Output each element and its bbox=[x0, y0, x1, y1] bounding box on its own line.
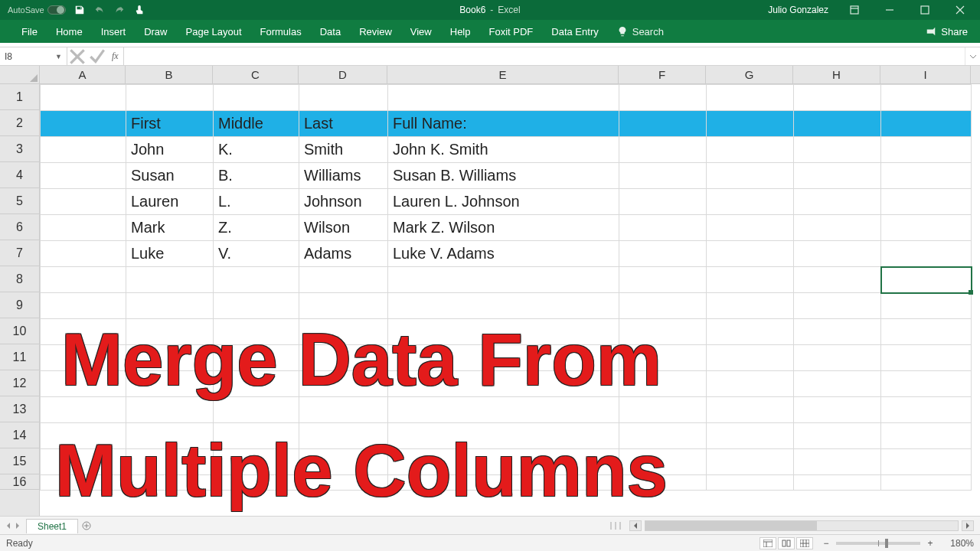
cell-H3[interactable] bbox=[794, 137, 881, 163]
cell-C2[interactable]: Middle bbox=[214, 111, 299, 137]
normal-view-button[interactable] bbox=[760, 537, 776, 549]
new-sheet-button[interactable] bbox=[78, 521, 95, 530]
cell-C7[interactable]: V. bbox=[214, 241, 299, 267]
cell-F7[interactable] bbox=[619, 241, 707, 267]
cell-D5[interactable]: Johnson bbox=[299, 189, 388, 215]
cell-E13[interactable] bbox=[388, 397, 619, 423]
cell-B1[interactable] bbox=[126, 85, 214, 111]
cell-B3[interactable]: John bbox=[126, 137, 214, 163]
cell-F4[interactable] bbox=[619, 163, 707, 189]
cell-I12[interactable] bbox=[881, 371, 972, 397]
cell-C5[interactable]: L. bbox=[214, 189, 299, 215]
cell-E12[interactable] bbox=[388, 371, 619, 397]
cell-G15[interactable] bbox=[707, 449, 794, 475]
scroll-right-button[interactable] bbox=[962, 520, 974, 531]
cell-A3[interactable] bbox=[41, 137, 126, 163]
row-header-9[interactable]: 9 bbox=[0, 292, 39, 318]
cell-E16[interactable] bbox=[388, 475, 619, 491]
close-button[interactable] bbox=[943, 0, 977, 20]
cell-F6[interactable] bbox=[619, 215, 707, 241]
tab-insert[interactable]: Insert bbox=[92, 20, 136, 43]
cell-G4[interactable] bbox=[707, 163, 794, 189]
cell-F2[interactable] bbox=[619, 111, 707, 137]
zoom-level[interactable]: 180% bbox=[940, 538, 974, 549]
cell-D10[interactable] bbox=[299, 319, 388, 345]
row-header-3[interactable]: 3 bbox=[0, 136, 39, 162]
tab-help[interactable]: Help bbox=[441, 20, 480, 43]
cell-D9[interactable] bbox=[299, 293, 388, 319]
cell-E1[interactable] bbox=[388, 85, 619, 111]
ribbon-collapse-bar[interactable] bbox=[0, 43, 980, 47]
cell-H12[interactable] bbox=[794, 371, 881, 397]
tab-view[interactable]: View bbox=[401, 20, 441, 43]
cell-F11[interactable] bbox=[619, 345, 707, 371]
minimize-button[interactable] bbox=[873, 0, 906, 20]
column-header-C[interactable]: C bbox=[213, 66, 299, 83]
cell-H1[interactable] bbox=[794, 85, 881, 111]
cell-E8[interactable] bbox=[388, 267, 619, 293]
cell-I15[interactable] bbox=[881, 449, 972, 475]
cell-I13[interactable] bbox=[881, 397, 972, 423]
page-break-view-button[interactable] bbox=[796, 537, 813, 549]
row-header-5[interactable]: 5 bbox=[0, 188, 39, 214]
cell-G5[interactable] bbox=[707, 189, 794, 215]
cell-I16[interactable] bbox=[881, 475, 972, 491]
cell-E11[interactable] bbox=[388, 345, 619, 371]
tab-data-entry[interactable]: Data Entry bbox=[542, 20, 607, 43]
column-header-B[interactable]: B bbox=[126, 66, 213, 83]
redo-button[interactable] bbox=[110, 2, 129, 18]
cell-C6[interactable]: Z. bbox=[214, 215, 299, 241]
tab-data[interactable]: Data bbox=[311, 20, 350, 43]
cell-F3[interactable] bbox=[619, 137, 707, 163]
cell-I8[interactable] bbox=[881, 267, 972, 293]
cell-C4[interactable]: B. bbox=[214, 163, 299, 189]
cell-G11[interactable] bbox=[707, 345, 794, 371]
cell-F13[interactable] bbox=[619, 397, 707, 423]
cell-F12[interactable] bbox=[619, 371, 707, 397]
cell-D14[interactable] bbox=[299, 423, 388, 449]
cell-C15[interactable] bbox=[214, 449, 299, 475]
cell-E3[interactable]: John K. Smith bbox=[388, 137, 619, 163]
cell-I10[interactable] bbox=[881, 319, 972, 345]
cell-D15[interactable] bbox=[299, 449, 388, 475]
formula-expand-button[interactable] bbox=[965, 47, 980, 65]
row-header-1[interactable]: 1 bbox=[0, 84, 39, 110]
row-header-6[interactable]: 6 bbox=[0, 214, 39, 240]
cell-H2[interactable] bbox=[794, 111, 881, 137]
cell-E6[interactable]: Mark Z. Wilson bbox=[388, 215, 619, 241]
tell-me-search[interactable]: Search bbox=[608, 20, 673, 43]
cell-A1[interactable] bbox=[41, 85, 126, 111]
cell-H5[interactable] bbox=[794, 189, 881, 215]
cell-A6[interactable] bbox=[41, 215, 126, 241]
cell-I11[interactable] bbox=[881, 345, 972, 371]
cell-C3[interactable]: K. bbox=[214, 137, 299, 163]
cell-C8[interactable] bbox=[214, 267, 299, 293]
autosave-toggle[interactable]: AutoSave bbox=[5, 5, 69, 15]
cell-G12[interactable] bbox=[707, 371, 794, 397]
cell-B12[interactable] bbox=[126, 371, 214, 397]
cell-F9[interactable] bbox=[619, 293, 707, 319]
undo-button[interactable] bbox=[90, 2, 109, 18]
cell-E14[interactable] bbox=[388, 423, 619, 449]
save-button[interactable] bbox=[70, 2, 89, 18]
cell-A9[interactable] bbox=[41, 293, 126, 319]
tab-formulas[interactable]: Formulas bbox=[251, 20, 311, 43]
cell-D2[interactable]: Last bbox=[299, 111, 388, 137]
row-header-16[interactable]: 16 bbox=[0, 474, 39, 490]
touch-mode-button[interactable] bbox=[130, 2, 149, 18]
column-header-I[interactable]: I bbox=[880, 66, 971, 83]
cell-D13[interactable] bbox=[299, 397, 388, 423]
cell-I14[interactable] bbox=[881, 423, 972, 449]
cell-B10[interactable] bbox=[126, 319, 214, 345]
cell-H8[interactable] bbox=[794, 267, 881, 293]
tab-home[interactable]: Home bbox=[47, 20, 92, 43]
name-box[interactable]: I8 ▼ bbox=[0, 47, 67, 65]
cells-area[interactable]: FirstMiddleLastFull Name:JohnK.SmithJohn… bbox=[40, 84, 980, 516]
cell-B14[interactable] bbox=[126, 423, 214, 449]
row-header-7[interactable]: 7 bbox=[0, 240, 39, 266]
cell-D3[interactable]: Smith bbox=[299, 137, 388, 163]
sheet-tab-active[interactable]: Sheet1 bbox=[26, 519, 78, 533]
cell-F5[interactable] bbox=[619, 189, 707, 215]
cell-I3[interactable] bbox=[881, 137, 972, 163]
cell-I4[interactable] bbox=[881, 163, 972, 189]
